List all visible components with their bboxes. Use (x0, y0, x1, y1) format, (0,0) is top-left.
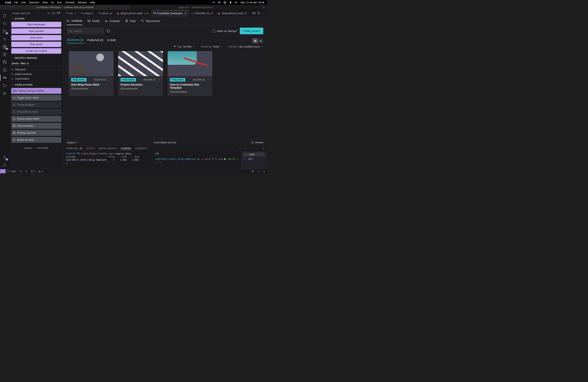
tab-fm-icon[interactable]: FM (252, 12, 255, 14)
filter-published[interactable]: Published (3) (87, 39, 104, 43)
card-more-icon[interactable]: ⋮ (109, 78, 111, 81)
remote-indicator[interactable] (0, 169, 6, 173)
close-tab-icon[interactable]: ✕ (184, 12, 187, 15)
view-grid-icon[interactable] (252, 38, 258, 43)
activity-folder-icon[interactable] (0, 82, 9, 89)
activity-settings-icon[interactable] (0, 161, 9, 169)
search-input-wrap[interactable] (67, 28, 104, 34)
section-actions-header[interactable]: ACTIONS (9, 17, 63, 21)
editor-tab[interactable]: TSstsU (63, 10, 78, 17)
recent-item[interactable]: M↓project-structure (11, 72, 61, 76)
refresh-icon[interactable] (106, 29, 110, 33)
menu-window[interactable]: Window (78, 1, 87, 4)
menu-file[interactable]: File (14, 1, 18, 4)
reveal-file[interactable]: Reveal file in folder (11, 109, 61, 115)
activity-search-icon[interactable] (0, 20, 9, 27)
activity-extensions-icon[interactable]: 3 (0, 43, 9, 51)
create-content-primary-button[interactable]: Create content (240, 28, 263, 34)
editor-tab-active[interactable]: FMFrontMatter Dashboard✕ (151, 10, 189, 17)
footer-support[interactable]: Support♡ (67, 141, 79, 144)
toggle-center-mode[interactable]: Toggle center mode (11, 95, 61, 101)
tag-filter[interactable]: Tag: No filter (173, 45, 195, 48)
panel-more-icon[interactable]: ⋯ (251, 147, 252, 150)
support-label[interactable]: Support (24, 147, 32, 149)
tray-drop-icon[interactable] (229, 1, 232, 4)
footer-review[interactable]: Review (251, 141, 263, 144)
create-content-button[interactable]: Create new content (11, 48, 61, 54)
sidebar-fm-icon[interactable]: FM (57, 12, 60, 15)
sort-by[interactable]: Sort by: Last modified (asc) (228, 45, 263, 48)
panel-problems[interactable]: PROBLEMS3 (66, 147, 83, 149)
status-problems[interactable]: 2 1 (29, 170, 44, 172)
panel-add-icon[interactable]: + (240, 147, 241, 149)
menu-run[interactable]: Run (57, 1, 62, 4)
app-name[interactable]: Code (5, 1, 11, 4)
tray-check-icon[interactable] (223, 1, 226, 4)
menu-edit[interactable]: Edit (21, 1, 25, 4)
menu-help[interactable]: Help (90, 1, 95, 4)
report-issue[interactable]: Report an issue (11, 137, 61, 143)
settings-overview[interactable]: Settings overview (11, 130, 61, 136)
terminal-pane-left[interactable]: 6:46:07 PM [vite-plugin-svelte] ssr comp… (63, 151, 152, 169)
editor-tab[interactable]: ◉RelatedPosts.svelteM (215, 10, 249, 17)
recent-item[interactable]: M↓blog-posts (11, 68, 61, 71)
activity-play-icon[interactable] (0, 51, 9, 58)
activity-copilot-icon[interactable] (0, 89, 9, 97)
activity-github-icon[interactable] (0, 58, 9, 66)
activity-target-icon[interactable] (0, 66, 9, 74)
panel-output[interactable]: OUTPUT (86, 147, 95, 149)
open-preview-button[interactable]: Open preview (11, 28, 61, 34)
activity-scm-icon[interactable]: 9 (0, 27, 9, 35)
panel-maximize-icon[interactable] (256, 147, 259, 150)
more-tabs-icon[interactable]: ⋯ (262, 12, 265, 15)
menu-go[interactable]: Go (51, 1, 54, 4)
status-sync-icon[interactable] (18, 170, 23, 172)
sidebar-window-icon[interactable] (52, 12, 55, 15)
terminal-session-node[interactable]: ┌ ▸node (243, 152, 265, 157)
editor-tab[interactable]: TSindex.ts (78, 10, 95, 17)
terminal-pane-right[interactable]: x2) sveltekit-static-blog-template on ⎇ … (152, 151, 242, 169)
card-more-icon[interactable]: ⋮ (208, 78, 210, 81)
panel-debug[interactable]: DEBUG CONSOLE (98, 147, 117, 149)
filter-all[interactable]: All articles (3) (67, 38, 84, 43)
editor-tab[interactable]: ◉BlogPostCard.svelte1, M (115, 10, 151, 17)
sidebar-chat-icon[interactable] (47, 12, 50, 15)
tray-control-icon[interactable] (235, 1, 238, 4)
terminal-session-zsh[interactable]: └ ▸zsh (243, 157, 265, 161)
stop-server-button[interactable]: Stop server (11, 42, 61, 47)
status-bell-icon[interactable] (261, 170, 267, 172)
card-more-icon[interactable]: ⋮ (158, 78, 161, 81)
search-input[interactable] (74, 30, 102, 32)
documentation-link[interactable]: Documentation (11, 123, 61, 129)
activity-account-icon[interactable]: 2 (0, 153, 9, 161)
activity-frontmatter-icon[interactable]: FM (0, 74, 9, 82)
clock[interactable]: Sáb. 22 de abr. 18:46 (240, 1, 264, 4)
menu-selection[interactable]: Selection (29, 1, 39, 4)
status-branch[interactable]: main* (6, 170, 18, 172)
window-tab-inactive[interactable]: +page.md — matfantinel.github.io (130, 5, 261, 10)
reveal-project[interactable]: Reveal project folder (11, 116, 61, 122)
brand-label[interactable]: FrontMatter (37, 147, 49, 149)
menu-view[interactable]: View (42, 1, 48, 4)
open-dashboard-button[interactable]: Open dashboard (11, 22, 61, 27)
panel-comments[interactable]: COMMENTS (135, 147, 147, 149)
editor-tab[interactable]: TSutils.tsM (95, 10, 115, 17)
panel-chevron-icon[interactable] (244, 147, 247, 150)
dash-tab-contents[interactable]: M↓Contents (67, 17, 82, 25)
group-by[interactable]: Group by: None (201, 45, 223, 48)
recent-item[interactable]: M↓customization (11, 77, 61, 81)
content-card[interactable]: PUBLISHED 2023-04-22 ⋮ How Blog Posts Wo… (69, 51, 114, 96)
tray-dots-icon[interactable]: ••• (212, 1, 215, 4)
dash-tab-taxonomies[interactable]: Taxonomies (141, 17, 160, 25)
activity-debug-icon[interactable] (0, 35, 9, 43)
start-server-button[interactable]: Start server (11, 35, 61, 41)
section-recent-header[interactable]: RECENTLY MODIFIED (9, 56, 63, 60)
filter-draft[interactable]: In draft (107, 39, 116, 43)
content-card[interactable]: PUBLISHED 2023-04-18 ⋮ How to Customize … (168, 51, 212, 96)
status-layout-icon[interactable] (250, 170, 255, 172)
dash-tab-snippets[interactable]: Snippets (105, 17, 120, 25)
create-template[interactable]: Create template (11, 102, 61, 108)
panel-close-icon[interactable]: ✕ (262, 147, 264, 150)
split-editor-icon[interactable] (257, 11, 260, 15)
menu-terminal[interactable]: Terminal (65, 1, 75, 4)
